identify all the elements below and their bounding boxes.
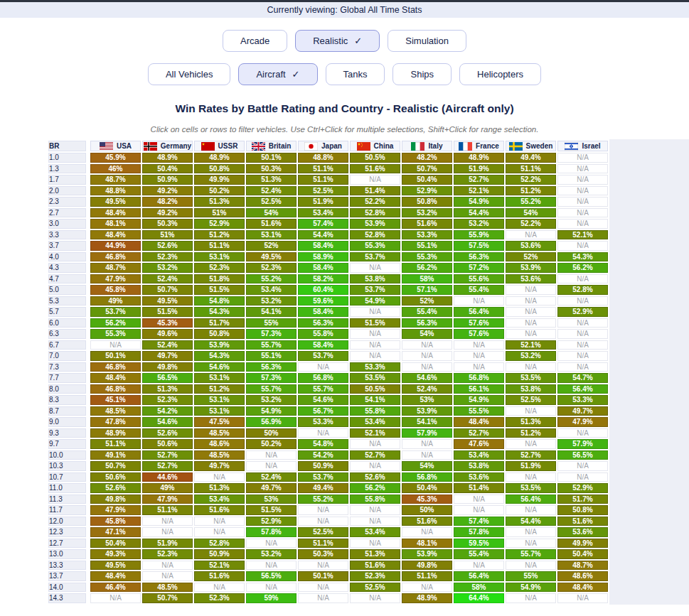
row-label-12.0[interactable]: 12.0 (48, 517, 86, 526)
cell-11.0-britain[interactable]: 49.7% (246, 483, 297, 493)
row-label-14.3[interactable]: 14.3 (48, 593, 86, 603)
cell-4.3-usa[interactable]: 48.7% (90, 263, 141, 273)
cell-9.0-ussr[interactable]: 47.5% (194, 417, 245, 427)
cell-13.0-italy[interactable]: 53.9% (402, 549, 452, 559)
cell-12.3-japan[interactable]: 52.5% (298, 527, 348, 537)
cell-9.0-japan[interactable]: 53.3% (298, 417, 348, 427)
cell-12.0-usa[interactable]: 45.8% (90, 517, 141, 526)
cell-7.3-israel[interactable]: N/A (557, 362, 608, 372)
cell-4.7-germany[interactable]: 52.4% (142, 274, 193, 284)
cell-5.7-usa[interactable]: 53.7% (90, 307, 141, 317)
cell-2.7-israel[interactable]: N/A (557, 208, 608, 218)
cell-4.0-sweden[interactable]: 52% (506, 252, 556, 262)
cell-2.7-france[interactable]: 54.4% (454, 208, 504, 218)
cell-2.7-china[interactable]: 52.8% (350, 208, 400, 218)
cell-12.3-ussr[interactable]: N/A (194, 527, 245, 537)
cell-7.0-israel[interactable]: N/A (557, 351, 608, 361)
cell-10.7-france[interactable]: 53.6% (454, 472, 504, 482)
cell-11.0-france[interactable]: 51.4% (454, 483, 504, 493)
cell-10.7-italy[interactable]: 56.8% (402, 472, 452, 482)
cell-10.3-italy[interactable]: 54% (402, 461, 452, 471)
cell-4.7-italy[interactable]: 58% (402, 274, 452, 284)
cell-11.0-sweden[interactable]: 53.5% (506, 483, 556, 493)
cell-6.0-germany[interactable]: 45.3% (142, 318, 193, 328)
cell-11.7-israel[interactable]: 50.8% (557, 505, 608, 515)
cell-14.0-france[interactable]: 58% (454, 583, 504, 593)
cell-5.0-china[interactable]: 53.7% (350, 285, 400, 295)
cell-14.3-italy[interactable]: 48.9% (402, 593, 452, 603)
cell-13.3-britain[interactable]: N/A (246, 561, 297, 571)
cell-14.0-usa[interactable]: 46.4% (90, 583, 141, 593)
cell-12.3-usa[interactable]: 47.1% (90, 527, 141, 537)
cell-3.7-italy[interactable]: 55.1% (402, 241, 452, 251)
row-label-1.7[interactable]: 1.7 (48, 175, 86, 185)
cell-5.3-sweden[interactable]: N/A (506, 296, 556, 306)
column-header-usa[interactable]: USA (90, 141, 141, 151)
cell-4.0-britain[interactable]: 49.5% (246, 252, 297, 262)
cell-11.3-israel[interactable]: 51.7% (557, 495, 608, 504)
cell-5.0-israel[interactable]: 52.8% (557, 285, 608, 295)
row-label-13.7[interactable]: 13.7 (48, 571, 86, 581)
cell-5.0-usa[interactable]: 45.8% (90, 285, 141, 295)
cell-6.7-italy[interactable]: N/A (402, 340, 452, 350)
row-label-6.3[interactable]: 6.3 (48, 329, 86, 339)
cell-6.0-sweden[interactable]: N/A (506, 318, 556, 328)
cell-9.3-britain[interactable]: 50% (246, 428, 297, 438)
cell-6.7-britain[interactable]: 55.7% (246, 340, 297, 350)
row-label-4.3[interactable]: 4.3 (48, 263, 86, 273)
cell-8.7-sweden[interactable]: N/A (506, 406, 556, 416)
cell-13.7-france[interactable]: 56.4% (454, 571, 504, 581)
cell-2.0-britain[interactable]: 52.4% (246, 186, 297, 196)
cell-3.3-ussr[interactable]: 51.2% (194, 230, 245, 240)
cell-2.3-sweden[interactable]: 55.2% (506, 197, 556, 207)
cell-8.0-germany[interactable]: 51.3% (142, 384, 193, 394)
cell-13.7-japan[interactable]: 50.1% (298, 571, 348, 581)
cell-4.7-china[interactable]: 53.8% (350, 274, 400, 284)
row-label-2.3[interactable]: 2.3 (48, 197, 86, 207)
cell-9.7-japan[interactable]: 54.8% (298, 439, 348, 449)
cell-13.7-ussr[interactable]: 51.6% (194, 571, 245, 581)
row-label-9.3[interactable]: 9.3 (48, 428, 86, 438)
cell-3.3-usa[interactable]: 48.4% (90, 230, 141, 240)
cell-8.3-china[interactable]: 54.1% (350, 395, 400, 405)
cell-6.3-israel[interactable]: N/A (557, 329, 608, 339)
cell-7.3-japan[interactable]: N/A (298, 362, 348, 372)
cell-10.3-ussr[interactable]: 49.7% (194, 461, 245, 471)
cell-1.0-germany[interactable]: 48.9% (142, 153, 193, 163)
cell-6.3-italy[interactable]: 54% (402, 329, 452, 339)
cell-10.0-usa[interactable]: 49.1% (90, 450, 141, 460)
cell-10.3-france[interactable]: 53.8% (454, 461, 504, 471)
column-header-britain[interactable]: Britain (246, 141, 297, 151)
cell-6.7-japan[interactable]: 58.4% (298, 340, 348, 350)
cell-4.0-china[interactable]: 53.7% (350, 252, 400, 262)
cell-9.3-japan[interactable]: N/A (298, 428, 348, 438)
cell-12.7-britain[interactable]: N/A (246, 539, 297, 549)
cell-7.0-ussr[interactable]: 54.3% (194, 351, 245, 361)
cell-3.3-italy[interactable]: 53.3% (402, 230, 452, 240)
cell-1.0-usa[interactable]: 45.9% (90, 153, 141, 163)
cell-10.0-france[interactable]: 53.4% (454, 450, 504, 460)
cell-3.0-israel[interactable]: N/A (557, 219, 608, 229)
cell-5.7-france[interactable]: 56.4% (454, 307, 504, 317)
cell-11.3-ussr[interactable]: 53.4% (194, 495, 245, 504)
cell-5.7-italy[interactable]: 55.4% (402, 307, 452, 317)
mode-button-simulation[interactable]: Simulation (388, 30, 466, 52)
cell-10.0-ussr[interactable]: 48.5% (194, 450, 245, 460)
row-label-8.7[interactable]: 8.7 (48, 406, 86, 416)
cell-6.3-china[interactable]: N/A (350, 329, 400, 339)
row-label-8.3[interactable]: 8.3 (48, 395, 86, 405)
cell-12.0-ussr[interactable]: N/A (194, 517, 245, 526)
row-label-12.3[interactable]: 12.3 (48, 527, 86, 537)
row-label-14.0[interactable]: 14.0 (48, 583, 86, 593)
cell-13.7-italy[interactable]: 51.1% (402, 571, 452, 581)
cell-5.3-britain[interactable]: 53.2% (246, 296, 297, 306)
row-label-13.3[interactable]: 13.3 (48, 561, 86, 571)
vehicle-button-tanks[interactable]: Tanks (326, 63, 385, 85)
cell-6.0-britain[interactable]: 55% (246, 318, 297, 328)
cell-14.3-france[interactable]: 64.4% (454, 593, 504, 603)
cell-5.7-germany[interactable]: 51.5% (142, 307, 193, 317)
cell-8.3-ussr[interactable]: 53.1% (194, 395, 245, 405)
cell-2.7-japan[interactable]: 53.4% (298, 208, 348, 218)
cell-1.0-france[interactable]: 48.9% (454, 153, 504, 163)
cell-2.0-sweden[interactable]: 51.2% (506, 186, 556, 196)
